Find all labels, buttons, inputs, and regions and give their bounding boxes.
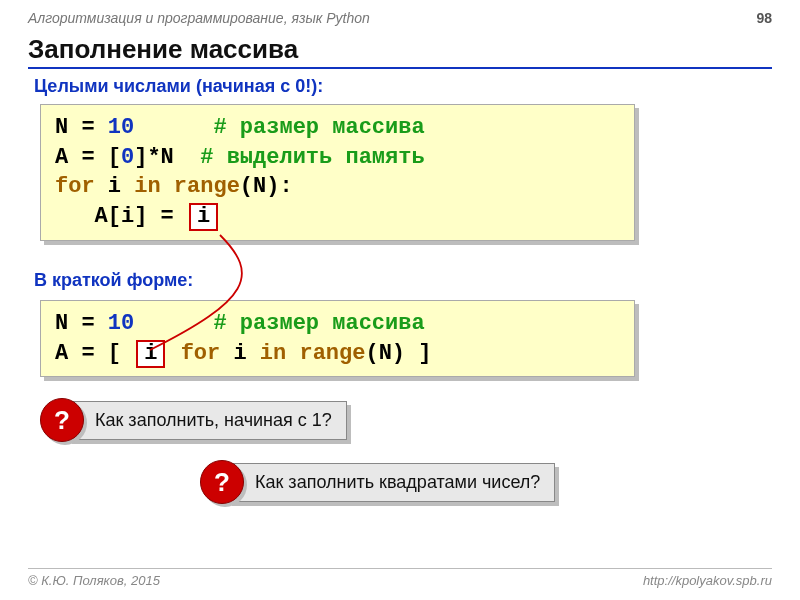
code-text (161, 174, 174, 199)
code-keyword: for (181, 341, 221, 366)
code-text (134, 311, 213, 336)
code-text (167, 341, 180, 366)
footer: © К.Ю. Поляков, 2015 http://kpolyakov.sp… (28, 568, 772, 588)
chip-i-top: i (189, 203, 218, 231)
question-text-2: Как заполнить квадратами чисел? (228, 463, 555, 502)
code-block-full: N = 10 # размер массива A = [0]*N # выде… (40, 104, 635, 241)
question-row-1: ? Как заполнить, начиная с 1? (40, 398, 347, 442)
code-text: (N) ] (365, 341, 431, 366)
question-mark-icon: ? (40, 398, 84, 442)
code-text: N = (55, 311, 108, 336)
course-name: Алгоритмизация и программирование, язык … (28, 10, 370, 26)
code-text: i (220, 341, 260, 366)
footer-url: http://kpolyakov.spb.ru (643, 573, 772, 588)
code-text (286, 341, 299, 366)
question-text-1: Как заполнить, начиная с 1? (68, 401, 347, 440)
question-mark-icon: ? (200, 460, 244, 504)
code-keyword: for (55, 174, 95, 199)
question-row-2: ? Как заполнить квадратами чисел? (200, 460, 555, 504)
footer-author: © К.Ю. Поляков, 2015 (28, 573, 160, 588)
code-text: i (95, 174, 135, 199)
code-text: A[i] = (55, 204, 187, 229)
code-number: 10 (108, 311, 134, 336)
page-number: 98 (756, 10, 772, 26)
code-text (134, 115, 213, 140)
code-builtin: range (174, 174, 240, 199)
code-number: 0 (121, 145, 134, 170)
subtitle-integers: Целыми числами (начиная с 0!): (34, 76, 323, 97)
code-text: A = [ (55, 341, 134, 366)
chip-i-bottom: i (136, 340, 165, 368)
code-comment: # размер массива (213, 311, 424, 336)
code-number: 10 (108, 115, 134, 140)
code-comment: # выделить память (200, 145, 424, 170)
code-text: N = (55, 115, 108, 140)
code-builtin: range (299, 341, 365, 366)
slide-title: Заполнение массива (28, 34, 772, 69)
code-keyword: in (134, 174, 160, 199)
code-text: A = [ (55, 145, 121, 170)
code-block-short: N = 10 # размер массива A = [ i for i in… (40, 300, 635, 377)
code-comment: # размер массива (213, 115, 424, 140)
code-keyword: in (260, 341, 286, 366)
code-text: (N): (240, 174, 293, 199)
code-text: ]*N (134, 145, 200, 170)
header-bar: Алгоритмизация и программирование, язык … (28, 10, 772, 26)
subtitle-short-form: В краткой форме: (34, 270, 193, 291)
